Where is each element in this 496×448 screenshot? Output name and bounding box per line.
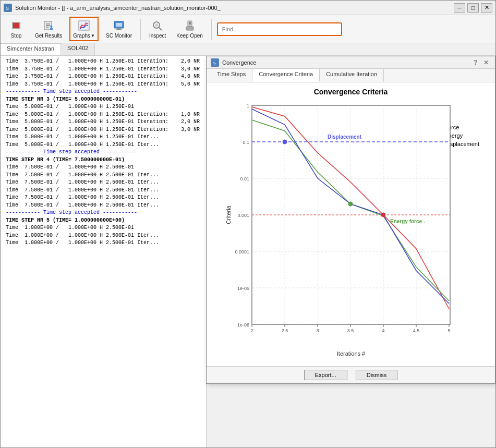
convergence-title-text: Convergence [222, 59, 256, 66]
keep-open-button[interactable]: Keep Open [173, 17, 206, 41]
svg-text:0.001: 0.001 [237, 213, 249, 218]
chart-container: Convergence Criteria Force Energy [207, 82, 495, 366]
svg-text:3.5: 3.5 [347, 328, 354, 333]
svg-text:3: 3 [316, 328, 319, 333]
log-line: Time 7.500E-01 / 1.000E+00 H 2.500E-01 I… [3, 179, 204, 187]
log-line: Time 1.000E+00 / 1.000E+00 H 2.500E-01 [3, 224, 204, 232]
log-line: Time 7.500E-01 / 1.000E+00 H 2.500E-01 [3, 164, 204, 172]
toolbar-divider-2 [211, 19, 212, 40]
log-line-accepted: ----------- Time step accepted ---------… [3, 149, 204, 156]
svg-point-63 [283, 140, 287, 144]
svg-text:2.5: 2.5 [281, 328, 288, 333]
conv-close-button[interactable]: ✕ [481, 59, 491, 66]
close-button[interactable]: ✕ [481, 3, 492, 13]
log-line: Time 3.750E-01 / 1.000E+00 H 1.250E-01 I… [3, 73, 204, 81]
svg-rect-14 [117, 28, 120, 29]
convergence-icon: ∿ [211, 58, 219, 67]
stop-button[interactable]: Stop [5, 17, 28, 41]
svg-text:1e-05: 1e-05 [237, 286, 249, 291]
svg-text:0.01: 0.01 [240, 176, 249, 181]
convergence-chart: Criteria Iterations # 1 [223, 100, 479, 361]
window-controls: ─ □ ✕ [454, 3, 492, 13]
chart-svg-wrapper: Criteria Iterations # 1 [215, 100, 487, 361]
tab-simcenter-nastran[interactable]: Simcenter Nastran [1, 43, 61, 55]
get-results-button[interactable]: Get Results [32, 17, 65, 41]
svg-text:1: 1 [246, 103, 249, 108]
svg-rect-20 [189, 22, 191, 25]
get-results-icon [41, 19, 56, 32]
window-title: Solution Monitor - [] - a_arm_analysis_s… [15, 5, 221, 11]
chart-title: Convergence Criteria [215, 88, 487, 96]
svg-rect-3 [13, 23, 19, 28]
sc-monitor-icon [112, 19, 126, 32]
inspect-button[interactable]: Inspect [146, 17, 169, 41]
dismiss-button[interactable]: Dismiss [356, 370, 398, 380]
convergence-bottom-bar: Export... Dismiss [207, 366, 495, 383]
main-window: S Solution Monitor - [] - a_arm_analysis… [0, 0, 496, 448]
svg-point-65 [381, 213, 385, 217]
svg-rect-21 [186, 27, 193, 30]
log-line: Time 5.000E-01 / 1.000E+00 H 1.250E-01 I… [3, 134, 204, 141]
svg-rect-15 [116, 29, 122, 30]
log-panel[interactable]: Time 3.750E-01 / 1.000E+00 H 1.250E-01 I… [1, 56, 207, 447]
svg-text:S: S [6, 6, 9, 11]
tab-time-steps[interactable]: Time Steps [211, 69, 252, 82]
log-line: Time 3.750E-01 / 1.000E+00 H 1.250E-01 I… [3, 81, 204, 89]
svg-text:Iterations #: Iterations # [336, 350, 365, 357]
log-line: Time 7.500E-01 / 1.000E+00 H 2.500E-01 I… [3, 202, 204, 210]
svg-text:1e-06: 1e-06 [237, 322, 249, 328]
inspect-icon [150, 19, 165, 32]
log-line: Time 5.000E-01 / 1.000E+00 H 1.250E-01 I… [3, 126, 204, 134]
log-line: Time 1.000E+00 / 1.000E+00 H 2.500E-01 I… [3, 232, 204, 240]
log-line-step: TIME STEP NR 4 (TIME= 7.500000000E-01) [3, 156, 204, 164]
convergence-tabs: Time Steps Convergence Criteria Cumulati… [207, 69, 495, 82]
log-line-accepted: ----------- Time step accepted ---------… [3, 88, 204, 96]
graphs-button[interactable]: Graphs ▼ [69, 17, 99, 41]
tabs-bar: Simcenter Nastran SOL402 [1, 43, 495, 56]
right-panel: ∿ Convergence ? ✕ Time Steps Conv [207, 56, 495, 447]
log-line: Time 5.000E-01 / 1.000E+00 H 1.250E-01 I… [3, 118, 204, 126]
svg-line-17 [159, 27, 162, 30]
svg-point-18 [155, 23, 158, 27]
log-line-step: TIME STEP NR 5 (TIME= 1.000000000E+00) [3, 217, 204, 225]
title-bar: S Solution Monitor - [] - a_arm_analysis… [1, 1, 495, 15]
tab-cumulative-iteration[interactable]: Cumulative Iteration [320, 69, 384, 82]
log-line: Time 7.500E-01 / 1.000E+00 H 2.500E-01 I… [3, 187, 204, 195]
toolbar-divider [140, 19, 141, 40]
maximize-button[interactable]: □ [467, 3, 479, 13]
graphs-icon [77, 19, 91, 32]
search-input[interactable] [217, 22, 342, 36]
conv-help-button[interactable]: ? [471, 59, 479, 66]
conv-title-left: ∿ Convergence [211, 58, 256, 67]
convergence-window-controls: ? ✕ [471, 59, 491, 66]
svg-text:0.1: 0.1 [243, 140, 249, 145]
log-line: Time 5.000E-01 / 1.000E+00 H 1.250E-01 I… [3, 111, 204, 119]
log-line: Time 5.000E-01 / 1.000E+00 H 1.250E-01 [3, 103, 204, 111]
svg-text:5: 5 [447, 328, 450, 333]
log-line: Time 1.000E+00 / 1.000E+00 H 2.500E-01 I… [3, 239, 204, 247]
convergence-window: ∿ Convergence ? ✕ Time Steps Conv [206, 56, 495, 384]
tab-convergence-criteria[interactable]: Convergence Criteria [252, 69, 320, 82]
svg-text:2: 2 [250, 328, 253, 333]
app-icon: S [4, 4, 12, 12]
svg-rect-13 [116, 23, 122, 27]
content-area: Time 3.750E-01 / 1.000E+00 H 1.250E-01 I… [1, 56, 495, 447]
log-line-accepted: ----------- Time step accepted ---------… [3, 209, 204, 217]
tab-sol402[interactable]: SOL402 [61, 43, 95, 55]
stop-icon [9, 19, 23, 32]
minimize-button[interactable]: ─ [454, 3, 465, 13]
export-button[interactable]: Export... [304, 370, 347, 380]
log-line: Time 7.500E-01 / 1.000E+00 H 2.500E-01 I… [3, 172, 204, 179]
svg-text:4: 4 [382, 328, 384, 333]
svg-text:4.5: 4.5 [413, 328, 419, 333]
log-line: Time 7.500E-01 / 1.000E+00 H 2.500E-01 I… [3, 194, 204, 202]
sc-monitor-button[interactable]: SC Monitor [103, 17, 135, 41]
svg-point-64 [348, 202, 353, 206]
svg-marker-8 [50, 28, 53, 30]
log-line: Time 3.750E-01 / 1.000E+00 H 1.250E-01 I… [3, 66, 204, 74]
svg-text:0.0001: 0.0001 [235, 249, 249, 255]
log-line-step: TIME STEP NR 3 (TIME= 5.000000000E-01) [3, 96, 204, 104]
toolbar: Stop Get Results [1, 15, 495, 43]
title-bar-left: S Solution Monitor - [] - a_arm_analysis… [4, 4, 221, 12]
svg-text:Criteria: Criteria [225, 205, 232, 224]
